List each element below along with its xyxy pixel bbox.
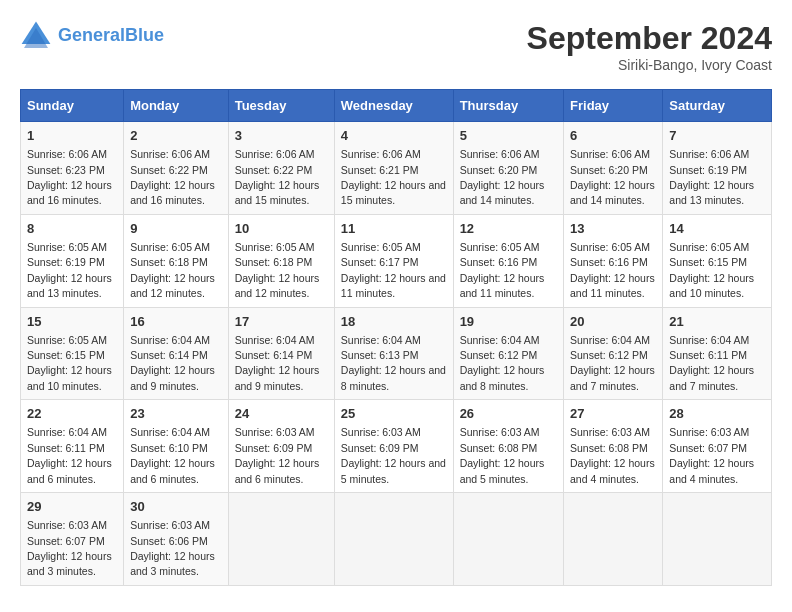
calendar-cell: 27 Sunrise: 6:03 AMSunset: 6:08 PMDaylig… — [564, 400, 663, 493]
calendar-cell: 12 Sunrise: 6:05 AMSunset: 6:16 PMDaylig… — [453, 214, 563, 307]
cell-info: Sunrise: 6:05 AMSunset: 6:17 PMDaylight:… — [341, 241, 446, 299]
calendar-cell: 23 Sunrise: 6:04 AMSunset: 6:10 PMDaylig… — [124, 400, 229, 493]
calendar-cell: 30 Sunrise: 6:03 AMSunset: 6:06 PMDaylig… — [124, 493, 229, 586]
day-number: 23 — [130, 405, 222, 423]
cell-info: Sunrise: 6:05 AMSunset: 6:16 PMDaylight:… — [570, 241, 655, 299]
calendar-cell: 14 Sunrise: 6:05 AMSunset: 6:15 PMDaylig… — [663, 214, 772, 307]
day-number: 27 — [570, 405, 656, 423]
day-number: 15 — [27, 313, 117, 331]
calendar-cell: 28 Sunrise: 6:03 AMSunset: 6:07 PMDaylig… — [663, 400, 772, 493]
day-number: 26 — [460, 405, 557, 423]
calendar-cell — [334, 493, 453, 586]
title-block: September 2024 Siriki-Bango, Ivory Coast — [527, 20, 772, 73]
day-number: 3 — [235, 127, 328, 145]
calendar-cell — [564, 493, 663, 586]
header-saturday: Saturday — [663, 90, 772, 122]
day-number: 17 — [235, 313, 328, 331]
cell-info: Sunrise: 6:03 AMSunset: 6:08 PMDaylight:… — [570, 426, 655, 484]
calendar-cell: 26 Sunrise: 6:03 AMSunset: 6:08 PMDaylig… — [453, 400, 563, 493]
day-number: 14 — [669, 220, 765, 238]
logo-line2: Blue — [125, 25, 164, 45]
calendar-cell: 5 Sunrise: 6:06 AMSunset: 6:20 PMDayligh… — [453, 122, 563, 215]
calendar-cell: 29 Sunrise: 6:03 AMSunset: 6:07 PMDaylig… — [21, 493, 124, 586]
cell-info: Sunrise: 6:05 AMSunset: 6:16 PMDaylight:… — [460, 241, 545, 299]
day-number: 6 — [570, 127, 656, 145]
day-number: 19 — [460, 313, 557, 331]
header-tuesday: Tuesday — [228, 90, 334, 122]
cell-info: Sunrise: 6:06 AMSunset: 6:20 PMDaylight:… — [570, 148, 655, 206]
calendar-cell: 18 Sunrise: 6:04 AMSunset: 6:13 PMDaylig… — [334, 307, 453, 400]
cell-info: Sunrise: 6:04 AMSunset: 6:10 PMDaylight:… — [130, 426, 215, 484]
cell-info: Sunrise: 6:04 AMSunset: 6:12 PMDaylight:… — [460, 334, 545, 392]
day-number: 25 — [341, 405, 447, 423]
calendar-cell: 10 Sunrise: 6:05 AMSunset: 6:18 PMDaylig… — [228, 214, 334, 307]
calendar-cell: 15 Sunrise: 6:05 AMSunset: 6:15 PMDaylig… — [21, 307, 124, 400]
cell-info: Sunrise: 6:03 AMSunset: 6:09 PMDaylight:… — [341, 426, 446, 484]
cell-info: Sunrise: 6:06 AMSunset: 6:22 PMDaylight:… — [235, 148, 320, 206]
cell-info: Sunrise: 6:05 AMSunset: 6:18 PMDaylight:… — [235, 241, 320, 299]
calendar-cell: 24 Sunrise: 6:03 AMSunset: 6:09 PMDaylig… — [228, 400, 334, 493]
cell-info: Sunrise: 6:05 AMSunset: 6:19 PMDaylight:… — [27, 241, 112, 299]
cell-info: Sunrise: 6:03 AMSunset: 6:08 PMDaylight:… — [460, 426, 545, 484]
day-number: 22 — [27, 405, 117, 423]
cell-info: Sunrise: 6:05 AMSunset: 6:15 PMDaylight:… — [669, 241, 754, 299]
day-number: 18 — [341, 313, 447, 331]
cell-info: Sunrise: 6:03 AMSunset: 6:09 PMDaylight:… — [235, 426, 320, 484]
calendar-cell: 4 Sunrise: 6:06 AMSunset: 6:21 PMDayligh… — [334, 122, 453, 215]
day-number: 29 — [27, 498, 117, 516]
calendar-table: SundayMondayTuesdayWednesdayThursdayFrid… — [20, 89, 772, 586]
week-row-2: 15 Sunrise: 6:05 AMSunset: 6:15 PMDaylig… — [21, 307, 772, 400]
header-monday: Monday — [124, 90, 229, 122]
cell-info: Sunrise: 6:06 AMSunset: 6:21 PMDaylight:… — [341, 148, 446, 206]
logo: GeneralBlue — [20, 20, 164, 52]
header-friday: Friday — [564, 90, 663, 122]
cell-info: Sunrise: 6:06 AMSunset: 6:23 PMDaylight:… — [27, 148, 112, 206]
cell-info: Sunrise: 6:04 AMSunset: 6:12 PMDaylight:… — [570, 334, 655, 392]
day-number: 16 — [130, 313, 222, 331]
week-row-1: 8 Sunrise: 6:05 AMSunset: 6:19 PMDayligh… — [21, 214, 772, 307]
cell-info: Sunrise: 6:06 AMSunset: 6:20 PMDaylight:… — [460, 148, 545, 206]
cell-info: Sunrise: 6:03 AMSunset: 6:07 PMDaylight:… — [27, 519, 112, 577]
logo-line1: General — [58, 25, 125, 45]
day-number: 24 — [235, 405, 328, 423]
day-number: 28 — [669, 405, 765, 423]
calendar-cell: 16 Sunrise: 6:04 AMSunset: 6:14 PMDaylig… — [124, 307, 229, 400]
cell-info: Sunrise: 6:04 AMSunset: 6:13 PMDaylight:… — [341, 334, 446, 392]
calendar-cell: 8 Sunrise: 6:05 AMSunset: 6:19 PMDayligh… — [21, 214, 124, 307]
day-number: 13 — [570, 220, 656, 238]
header-sunday: Sunday — [21, 90, 124, 122]
cell-info: Sunrise: 6:03 AMSunset: 6:06 PMDaylight:… — [130, 519, 215, 577]
calendar-cell: 22 Sunrise: 6:04 AMSunset: 6:11 PMDaylig… — [21, 400, 124, 493]
week-row-3: 22 Sunrise: 6:04 AMSunset: 6:11 PMDaylig… — [21, 400, 772, 493]
cell-info: Sunrise: 6:05 AMSunset: 6:15 PMDaylight:… — [27, 334, 112, 392]
calendar-cell — [663, 493, 772, 586]
calendar-cell: 9 Sunrise: 6:05 AMSunset: 6:18 PMDayligh… — [124, 214, 229, 307]
logo-icon — [20, 20, 52, 52]
week-row-0: 1 Sunrise: 6:06 AMSunset: 6:23 PMDayligh… — [21, 122, 772, 215]
page-header: GeneralBlue September 2024 Siriki-Bango,… — [20, 20, 772, 73]
cell-info: Sunrise: 6:05 AMSunset: 6:18 PMDaylight:… — [130, 241, 215, 299]
cell-info: Sunrise: 6:04 AMSunset: 6:11 PMDaylight:… — [669, 334, 754, 392]
calendar-cell — [228, 493, 334, 586]
day-number: 30 — [130, 498, 222, 516]
calendar-cell: 6 Sunrise: 6:06 AMSunset: 6:20 PMDayligh… — [564, 122, 663, 215]
day-number: 10 — [235, 220, 328, 238]
cell-info: Sunrise: 6:04 AMSunset: 6:14 PMDaylight:… — [235, 334, 320, 392]
cell-info: Sunrise: 6:04 AMSunset: 6:14 PMDaylight:… — [130, 334, 215, 392]
week-row-4: 29 Sunrise: 6:03 AMSunset: 6:07 PMDaylig… — [21, 493, 772, 586]
day-number: 12 — [460, 220, 557, 238]
cell-info: Sunrise: 6:06 AMSunset: 6:19 PMDaylight:… — [669, 148, 754, 206]
cell-info: Sunrise: 6:04 AMSunset: 6:11 PMDaylight:… — [27, 426, 112, 484]
calendar-cell: 2 Sunrise: 6:06 AMSunset: 6:22 PMDayligh… — [124, 122, 229, 215]
calendar-cell: 3 Sunrise: 6:06 AMSunset: 6:22 PMDayligh… — [228, 122, 334, 215]
logo-text: GeneralBlue — [58, 25, 164, 47]
cell-info: Sunrise: 6:06 AMSunset: 6:22 PMDaylight:… — [130, 148, 215, 206]
calendar-cell: 7 Sunrise: 6:06 AMSunset: 6:19 PMDayligh… — [663, 122, 772, 215]
calendar-cell: 21 Sunrise: 6:04 AMSunset: 6:11 PMDaylig… — [663, 307, 772, 400]
calendar-cell: 11 Sunrise: 6:05 AMSunset: 6:17 PMDaylig… — [334, 214, 453, 307]
calendar-cell: 19 Sunrise: 6:04 AMSunset: 6:12 PMDaylig… — [453, 307, 563, 400]
header-wednesday: Wednesday — [334, 90, 453, 122]
day-number: 8 — [27, 220, 117, 238]
cell-info: Sunrise: 6:03 AMSunset: 6:07 PMDaylight:… — [669, 426, 754, 484]
header-row: SundayMondayTuesdayWednesdayThursdayFrid… — [21, 90, 772, 122]
